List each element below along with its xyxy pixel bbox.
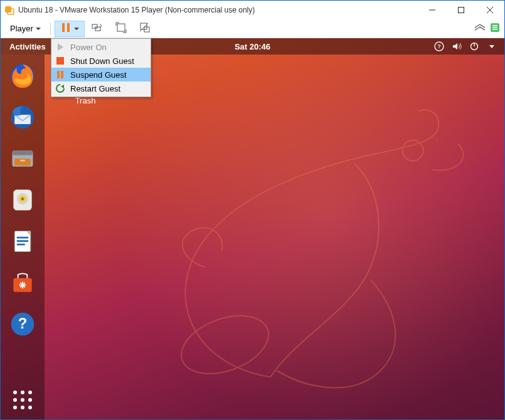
player-menu-button[interactable]: Player bbox=[4, 21, 46, 37]
svg-rect-19 bbox=[56, 57, 64, 65]
svg-point-24 bbox=[173, 305, 276, 384]
svg-rect-9 bbox=[95, 27, 100, 31]
svg-rect-37 bbox=[20, 160, 24, 162]
power-dropdown-menu: Power On Shut Down Guest Suspend Guest R… bbox=[51, 38, 151, 97]
svg-rect-16 bbox=[492, 27, 497, 28]
svg-rect-7 bbox=[67, 23, 70, 32]
window-title: Ubuntu 18 - VMware Workstation 15 Player… bbox=[18, 6, 255, 14]
chevron-down-icon bbox=[487, 41, 497, 51]
svg-rect-45 bbox=[17, 240, 28, 242]
svg-rect-36 bbox=[14, 159, 31, 165]
unity-icon bbox=[139, 22, 151, 35]
vmware-player-window: Ubuntu 18 - VMware Workstation 15 Player… bbox=[0, 0, 505, 420]
svg-rect-35 bbox=[13, 150, 33, 155]
svg-marker-22 bbox=[61, 85, 64, 88]
desktop-icon-label: Trash bbox=[63, 96, 107, 105]
system-indicators[interactable]: ? bbox=[427, 41, 504, 51]
caret-down-icon bbox=[74, 28, 79, 30]
menu-item-power-on[interactable]: Power On bbox=[51, 40, 151, 54]
dock-item-ubuntu-software[interactable] bbox=[8, 268, 38, 298]
menu-item-label: Restart Guest bbox=[70, 84, 120, 93]
svg-rect-17 bbox=[492, 29, 497, 30]
svg-point-23 bbox=[403, 140, 423, 161]
stop-icon bbox=[55, 56, 65, 66]
message-log-icon[interactable] bbox=[474, 22, 486, 35]
window-close-button[interactable] bbox=[476, 1, 504, 19]
activities-button[interactable]: Activities bbox=[1, 42, 55, 51]
menu-item-restart-guest[interactable]: Restart Guest bbox=[51, 81, 151, 95]
menu-item-label: Suspend Guest bbox=[70, 70, 127, 80]
svg-rect-3 bbox=[459, 8, 464, 13]
ubuntu-dock: ? bbox=[1, 55, 45, 419]
dock-item-rhythmbox[interactable] bbox=[8, 185, 38, 215]
menu-item-label: Shut Down Guest bbox=[70, 56, 134, 66]
svg-rect-11 bbox=[141, 23, 147, 29]
dock-item-libreoffice-writer[interactable] bbox=[8, 226, 38, 256]
pause-icon bbox=[60, 22, 72, 35]
svg-rect-15 bbox=[492, 25, 497, 26]
menu-item-suspend-guest[interactable]: Suspend Guest bbox=[51, 68, 151, 81]
accessibility-icon: ? bbox=[434, 41, 444, 51]
menu-item-label: Power On bbox=[70, 43, 107, 52]
svg-marker-27 bbox=[453, 43, 457, 50]
svg-marker-30 bbox=[489, 45, 494, 48]
window-maximize-button[interactable] bbox=[447, 1, 476, 19]
window-titlebar: Ubuntu 18 - VMware Workstation 15 Player… bbox=[1, 1, 504, 19]
menu-item-shut-down-guest[interactable]: Shut Down Guest bbox=[51, 54, 151, 68]
send-ctrl-alt-del-button[interactable] bbox=[86, 21, 109, 37]
preferences-icon[interactable] bbox=[489, 22, 501, 35]
svg-rect-8 bbox=[92, 24, 97, 28]
vmware-toolbar: Player bbox=[1, 19, 504, 38]
dock-item-thunderbird[interactable] bbox=[8, 102, 38, 132]
clock[interactable]: Sat 20:46 bbox=[235, 42, 270, 51]
unity-mode-button[interactable] bbox=[134, 21, 156, 37]
window-minimize-button[interactable] bbox=[418, 1, 447, 19]
svg-rect-6 bbox=[62, 23, 65, 32]
svg-text:?: ? bbox=[18, 315, 28, 332]
svg-rect-21 bbox=[61, 71, 63, 78]
svg-rect-44 bbox=[17, 237, 28, 239]
svg-marker-18 bbox=[58, 43, 63, 51]
fullscreen-icon bbox=[115, 22, 127, 35]
show-applications-button[interactable] bbox=[12, 389, 33, 411]
power-dropdown-button[interactable] bbox=[55, 21, 85, 37]
dock-item-firefox[interactable] bbox=[8, 61, 38, 91]
wallpaper-art bbox=[76, 57, 504, 419]
fullscreen-button[interactable] bbox=[110, 21, 132, 37]
svg-rect-20 bbox=[57, 71, 60, 78]
dock-item-help[interactable]: ? bbox=[8, 309, 38, 339]
dock-item-files[interactable] bbox=[8, 144, 38, 174]
caret-down-icon bbox=[36, 28, 41, 30]
svg-point-41 bbox=[21, 197, 24, 200]
restart-icon bbox=[55, 83, 65, 93]
svg-rect-10 bbox=[117, 24, 125, 31]
toolbar-separator bbox=[50, 23, 51, 35]
svg-rect-46 bbox=[17, 244, 25, 246]
volume-icon bbox=[452, 41, 462, 51]
svg-text:?: ? bbox=[437, 43, 441, 50]
send-keys-icon bbox=[92, 22, 103, 35]
vmware-app-icon bbox=[4, 5, 14, 15]
play-icon bbox=[55, 42, 65, 52]
player-menu-label: Player bbox=[10, 24, 33, 33]
pause-icon bbox=[55, 70, 65, 80]
power-icon bbox=[469, 41, 479, 51]
